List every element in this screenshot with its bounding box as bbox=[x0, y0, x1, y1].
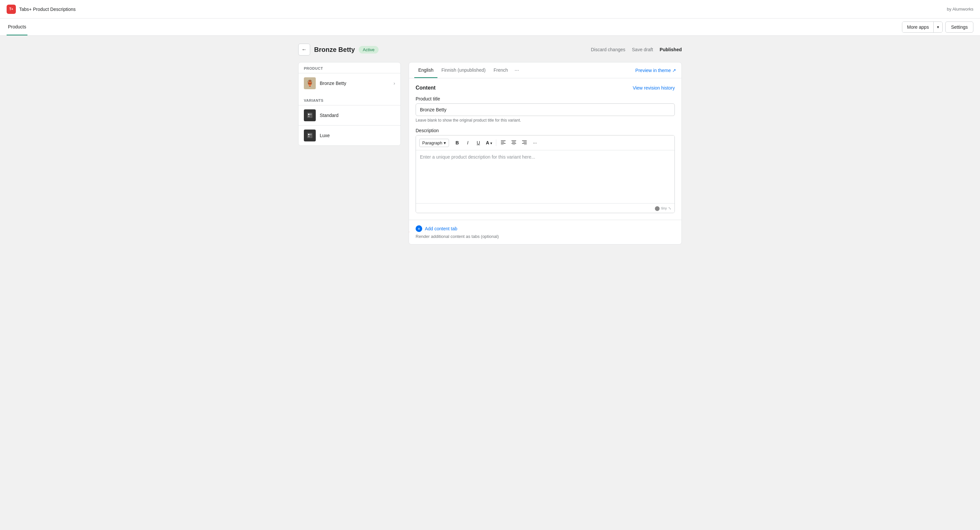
lang-tab-english[interactable]: English bbox=[414, 62, 438, 78]
align-left-icon bbox=[501, 140, 506, 146]
language-tabs: English Finnish (unpublished) French ···… bbox=[409, 62, 681, 78]
toolbar-more-icon: ··· bbox=[533, 140, 537, 145]
nav-bar: Products More apps ▾ Settings bbox=[0, 19, 980, 36]
view-revision-history-link[interactable]: View revision history bbox=[633, 85, 675, 90]
app-byline: by Alumworks bbox=[947, 6, 974, 11]
preview-in-theme-link[interactable]: Preview in theme ↗ bbox=[635, 68, 676, 73]
product-section-label: PRODUCT bbox=[299, 62, 400, 73]
svg-rect-3 bbox=[308, 116, 309, 117]
header-actions: Discard changes Save draft Published bbox=[591, 47, 682, 52]
add-tab-hint: Render additional content as tabs (optio… bbox=[415, 234, 675, 239]
left-panel: PRODUCT 🏺 Bronze Betty › VARIANTS Standa… bbox=[298, 62, 401, 146]
nav-tabs: Products bbox=[6, 19, 27, 35]
product-item-chevron-icon: › bbox=[393, 81, 395, 86]
paragraph-select-chevron-icon: ▾ bbox=[444, 140, 446, 145]
back-icon: ← bbox=[302, 47, 307, 52]
product-item[interactable]: 🏺 Bronze Betty › bbox=[299, 73, 400, 93]
variant-item-standard[interactable]: Standard bbox=[299, 105, 400, 125]
svg-rect-0 bbox=[307, 113, 312, 118]
variant-standard-thumbnail bbox=[304, 109, 316, 121]
italic-button[interactable]: I bbox=[463, 138, 473, 148]
description-editor-body[interactable]: Enter a unique product description for t… bbox=[416, 150, 675, 203]
save-draft-button[interactable]: Save draft bbox=[632, 47, 653, 52]
align-left-button[interactable] bbox=[498, 138, 508, 148]
resize-icon[interactable]: ⤡ bbox=[668, 206, 671, 211]
app-title: Tabs+ Product Descriptions bbox=[19, 6, 76, 12]
align-right-button[interactable] bbox=[519, 138, 529, 148]
red-arrow-indicator bbox=[409, 226, 412, 239]
content-heading: Content bbox=[415, 85, 436, 91]
page-layout: PRODUCT 🏺 Bronze Betty › VARIANTS Standa… bbox=[298, 62, 682, 244]
more-apps-split-button: More apps ▾ bbox=[902, 21, 943, 33]
italic-icon: I bbox=[467, 140, 469, 145]
product-thumbnail: 🏺 bbox=[304, 77, 316, 89]
font-color-chevron-icon: ▾ bbox=[490, 141, 492, 145]
product-title-hint: Leave blank to show the original product… bbox=[415, 118, 675, 122]
add-tab-section: + Add content tab Render additional cont… bbox=[409, 220, 681, 244]
align-right-icon bbox=[522, 140, 527, 146]
font-color-button[interactable]: A ▾ bbox=[484, 138, 494, 148]
editor-footer: ⬤ tiny ⤡ bbox=[416, 203, 675, 213]
svg-rect-7 bbox=[308, 136, 309, 137]
product-item-name: Bronze Betty bbox=[320, 81, 390, 86]
page-title: Bronze Betty bbox=[314, 46, 355, 54]
panel-card: PRODUCT 🏺 Bronze Betty › VARIANTS Standa… bbox=[298, 62, 401, 146]
lang-tabs-more-button[interactable]: ··· bbox=[512, 62, 522, 78]
active-badge: Active bbox=[359, 46, 378, 54]
toolbar-separator-1 bbox=[496, 140, 496, 146]
lang-tab-french[interactable]: French bbox=[490, 62, 512, 78]
variant-item-luxe[interactable]: Luxe bbox=[299, 125, 400, 145]
bold-button[interactable]: B bbox=[452, 138, 462, 148]
variant-luxe-name: Luxe bbox=[320, 133, 395, 138]
svg-rect-6 bbox=[310, 134, 312, 135]
back-button[interactable]: ← bbox=[298, 44, 310, 56]
more-apps-dropdown-button[interactable]: ▾ bbox=[934, 22, 942, 32]
editor-toolbar: Paragraph ▾ B I U bbox=[416, 135, 675, 150]
settings-button[interactable]: Settings bbox=[945, 21, 974, 33]
svg-rect-5 bbox=[308, 134, 309, 135]
toolbar-more-button[interactable]: ··· bbox=[530, 138, 540, 148]
font-color-icon: A ▾ bbox=[486, 140, 492, 145]
product-title-label: Product title bbox=[415, 96, 675, 102]
svg-rect-1 bbox=[308, 114, 309, 115]
paragraph-select[interactable]: Paragraph ▾ bbox=[419, 139, 449, 147]
description-label: Description bbox=[415, 128, 675, 133]
tiny-logo: ⬤ bbox=[655, 206, 660, 211]
app-logo: T+ bbox=[6, 5, 16, 14]
add-content-tab-button[interactable]: + Add content tab bbox=[415, 225, 457, 232]
app-header: T+ Tabs+ Product Descriptions by Alumwor… bbox=[0, 0, 980, 19]
published-button[interactable]: Published bbox=[660, 47, 682, 52]
content-area: Content View revision history Product ti… bbox=[409, 78, 681, 220]
page-header-row: ← Bronze Betty Active Discard changes Sa… bbox=[298, 44, 682, 56]
align-center-button[interactable] bbox=[509, 138, 519, 148]
variants-section-label: VARIANTS bbox=[299, 95, 400, 105]
content-header: Content View revision history bbox=[415, 85, 675, 91]
add-tab-plus-icon: + bbox=[415, 225, 422, 232]
variant-standard-name: Standard bbox=[320, 113, 395, 118]
product-title-input[interactable] bbox=[415, 103, 675, 116]
variant-luxe-thumbnail bbox=[304, 130, 316, 141]
underline-icon: U bbox=[477, 140, 480, 145]
nav-tab-products[interactable]: Products bbox=[6, 19, 27, 35]
bold-icon: B bbox=[456, 140, 459, 145]
nav-bar-actions: More apps ▾ Settings bbox=[902, 21, 974, 33]
right-panel: English Finnish (unpublished) French ···… bbox=[409, 62, 682, 244]
align-center-icon bbox=[511, 140, 517, 146]
tiny-text: tiny bbox=[661, 206, 667, 210]
editor-placeholder: Enter a unique product description for t… bbox=[420, 154, 535, 160]
app-logo-text: T+ bbox=[9, 7, 13, 11]
discard-changes-button[interactable]: Discard changes bbox=[591, 47, 625, 52]
description-editor: Paragraph ▾ B I U bbox=[415, 135, 675, 213]
main-content: ← Bronze Betty Active Discard changes Sa… bbox=[292, 36, 688, 252]
underline-button[interactable]: U bbox=[474, 138, 484, 148]
preview-external-icon: ↗ bbox=[672, 68, 676, 73]
svg-rect-2 bbox=[310, 114, 312, 115]
app-header-left: T+ Tabs+ Product Descriptions bbox=[6, 5, 76, 14]
lang-tab-finnish[interactable]: Finnish (unpublished) bbox=[438, 62, 490, 78]
more-apps-button[interactable]: More apps bbox=[902, 22, 934, 32]
svg-rect-4 bbox=[307, 133, 312, 138]
